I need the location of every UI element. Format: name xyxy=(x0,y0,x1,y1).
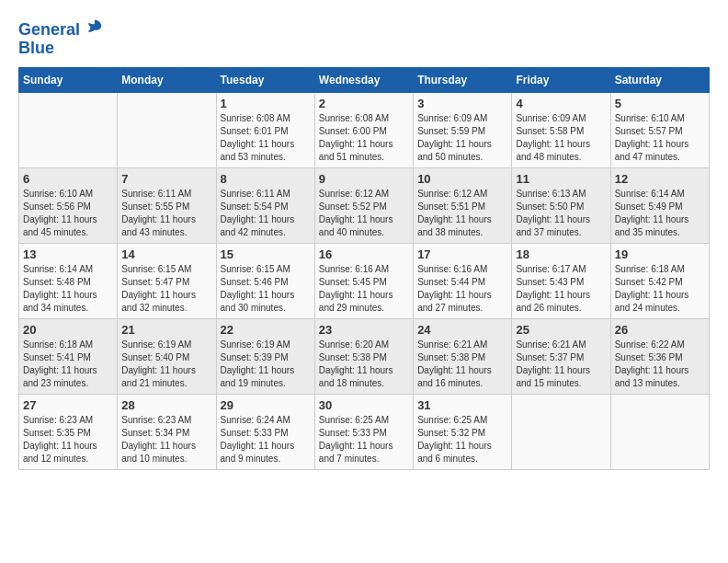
calendar-week-row: 6Sunrise: 6:10 AM Sunset: 5:56 PM Daylig… xyxy=(19,167,710,243)
day-number: 19 xyxy=(615,247,705,261)
day-info: Sunrise: 6:18 AM Sunset: 5:41 PM Dayligh… xyxy=(23,339,113,390)
day-info: Sunrise: 6:20 AM Sunset: 5:38 PM Dayligh… xyxy=(319,339,409,390)
day-info: Sunrise: 6:23 AM Sunset: 5:34 PM Dayligh… xyxy=(121,414,211,465)
calendar-cell: 20Sunrise: 6:18 AM Sunset: 5:41 PM Dayli… xyxy=(19,318,118,394)
day-number: 3 xyxy=(417,97,507,110)
calendar-week-row: 20Sunrise: 6:18 AM Sunset: 5:41 PM Dayli… xyxy=(19,318,710,394)
header-day-saturday: Saturday xyxy=(610,67,709,92)
calendar-cell: 28Sunrise: 6:23 AM Sunset: 5:34 PM Dayli… xyxy=(118,394,216,469)
day-number: 10 xyxy=(417,172,507,186)
day-number: 11 xyxy=(516,172,606,186)
day-info: Sunrise: 6:24 AM Sunset: 5:33 PM Dayligh… xyxy=(221,414,311,465)
day-number: 31 xyxy=(417,398,507,412)
day-number: 21 xyxy=(121,323,211,337)
day-info: Sunrise: 6:09 AM Sunset: 5:58 PM Dayligh… xyxy=(516,112,606,164)
logo-bird-icon xyxy=(86,18,103,35)
calendar-cell: 2Sunrise: 6:08 AM Sunset: 6:00 PM Daylig… xyxy=(314,92,413,167)
calendar-cell: 30Sunrise: 6:25 AM Sunset: 5:33 PM Dayli… xyxy=(314,394,413,469)
day-info: Sunrise: 6:12 AM Sunset: 5:52 PM Dayligh… xyxy=(319,188,409,239)
header-day-friday: Friday xyxy=(512,67,610,92)
day-number: 12 xyxy=(615,172,705,186)
day-info: Sunrise: 6:13 AM Sunset: 5:50 PM Dayligh… xyxy=(516,188,606,239)
calendar-cell: 27Sunrise: 6:23 AM Sunset: 5:35 PM Dayli… xyxy=(19,394,118,469)
day-info: Sunrise: 6:14 AM Sunset: 5:48 PM Dayligh… xyxy=(23,263,113,315)
calendar-cell: 1Sunrise: 6:08 AM Sunset: 6:01 PM Daylig… xyxy=(216,92,314,167)
logo: General Blue xyxy=(18,18,103,58)
page-header: General Blue xyxy=(18,18,710,58)
calendar-cell: 19Sunrise: 6:18 AM Sunset: 5:42 PM Dayli… xyxy=(610,243,709,318)
day-number: 8 xyxy=(221,172,311,186)
calendar-cell: 14Sunrise: 6:15 AM Sunset: 5:47 PM Dayli… xyxy=(118,243,216,318)
calendar-cell xyxy=(118,92,216,167)
day-number: 13 xyxy=(23,247,113,261)
day-info: Sunrise: 6:21 AM Sunset: 5:38 PM Dayligh… xyxy=(417,339,507,390)
day-number: 23 xyxy=(319,323,409,337)
calendar-cell xyxy=(610,394,709,469)
day-number: 7 xyxy=(121,172,211,186)
day-info: Sunrise: 6:16 AM Sunset: 5:44 PM Dayligh… xyxy=(417,263,507,315)
calendar-cell: 18Sunrise: 6:17 AM Sunset: 5:43 PM Dayli… xyxy=(512,243,610,318)
day-info: Sunrise: 6:16 AM Sunset: 5:45 PM Dayligh… xyxy=(319,263,409,315)
calendar-cell: 6Sunrise: 6:10 AM Sunset: 5:56 PM Daylig… xyxy=(19,167,118,243)
calendar-week-row: 1Sunrise: 6:08 AM Sunset: 6:01 PM Daylig… xyxy=(19,92,710,167)
day-number: 22 xyxy=(221,323,311,337)
day-info: Sunrise: 6:25 AM Sunset: 5:33 PM Dayligh… xyxy=(319,414,409,465)
calendar-table: SundayMondayTuesdayWednesdayThursdayFrid… xyxy=(18,67,710,470)
calendar-week-row: 27Sunrise: 6:23 AM Sunset: 5:35 PM Dayli… xyxy=(19,394,710,469)
day-info: Sunrise: 6:22 AM Sunset: 5:36 PM Dayligh… xyxy=(615,339,705,390)
day-number: 17 xyxy=(417,247,507,261)
calendar-cell: 21Sunrise: 6:19 AM Sunset: 5:40 PM Dayli… xyxy=(118,318,216,394)
header-day-monday: Monday xyxy=(118,67,216,92)
calendar-cell: 22Sunrise: 6:19 AM Sunset: 5:39 PM Dayli… xyxy=(216,318,314,394)
day-info: Sunrise: 6:09 AM Sunset: 5:59 PM Dayligh… xyxy=(417,112,507,164)
calendar-cell: 17Sunrise: 6:16 AM Sunset: 5:44 PM Dayli… xyxy=(414,243,512,318)
day-info: Sunrise: 6:08 AM Sunset: 6:00 PM Dayligh… xyxy=(319,112,409,164)
day-info: Sunrise: 6:11 AM Sunset: 5:55 PM Dayligh… xyxy=(121,188,211,239)
calendar-cell: 24Sunrise: 6:21 AM Sunset: 5:38 PM Dayli… xyxy=(414,318,512,394)
calendar-cell: 23Sunrise: 6:20 AM Sunset: 5:38 PM Dayli… xyxy=(314,318,413,394)
day-info: Sunrise: 6:15 AM Sunset: 5:47 PM Dayligh… xyxy=(121,263,211,315)
day-info: Sunrise: 6:19 AM Sunset: 5:39 PM Dayligh… xyxy=(221,339,311,390)
header-day-tuesday: Tuesday xyxy=(216,67,314,92)
calendar-cell: 16Sunrise: 6:16 AM Sunset: 5:45 PM Dayli… xyxy=(314,243,413,318)
day-number: 24 xyxy=(417,323,507,337)
day-number: 20 xyxy=(23,323,113,337)
day-number: 4 xyxy=(516,97,606,110)
day-number: 5 xyxy=(615,97,705,110)
calendar-cell: 9Sunrise: 6:12 AM Sunset: 5:52 PM Daylig… xyxy=(314,167,413,243)
calendar-cell: 31Sunrise: 6:25 AM Sunset: 5:32 PM Dayli… xyxy=(414,394,512,469)
day-number: 6 xyxy=(23,172,113,186)
calendar-cell: 4Sunrise: 6:09 AM Sunset: 5:58 PM Daylig… xyxy=(512,92,610,167)
header-day-wednesday: Wednesday xyxy=(314,67,413,92)
day-info: Sunrise: 6:10 AM Sunset: 5:56 PM Dayligh… xyxy=(23,188,113,239)
day-number: 16 xyxy=(319,247,409,261)
day-info: Sunrise: 6:17 AM Sunset: 5:43 PM Dayligh… xyxy=(516,263,606,315)
day-number: 25 xyxy=(516,323,606,337)
calendar-cell: 15Sunrise: 6:15 AM Sunset: 5:46 PM Dayli… xyxy=(216,243,314,318)
day-number: 18 xyxy=(516,247,606,261)
day-info: Sunrise: 6:08 AM Sunset: 6:01 PM Dayligh… xyxy=(221,112,311,164)
day-number: 2 xyxy=(319,97,409,110)
calendar-cell: 13Sunrise: 6:14 AM Sunset: 5:48 PM Dayli… xyxy=(19,243,118,318)
day-info: Sunrise: 6:15 AM Sunset: 5:46 PM Dayligh… xyxy=(221,263,311,315)
day-info: Sunrise: 6:21 AM Sunset: 5:37 PM Dayligh… xyxy=(516,339,606,390)
calendar-cell xyxy=(19,92,118,167)
logo-blue: Blue xyxy=(18,39,54,57)
day-number: 14 xyxy=(121,247,211,261)
day-number: 26 xyxy=(615,323,705,337)
calendar-cell: 10Sunrise: 6:12 AM Sunset: 5:51 PM Dayli… xyxy=(414,167,512,243)
calendar-cell: 26Sunrise: 6:22 AM Sunset: 5:36 PM Dayli… xyxy=(610,318,709,394)
day-number: 29 xyxy=(221,398,311,412)
calendar-cell: 29Sunrise: 6:24 AM Sunset: 5:33 PM Dayli… xyxy=(216,394,314,469)
day-info: Sunrise: 6:14 AM Sunset: 5:49 PM Dayligh… xyxy=(615,188,705,239)
logo-general: General xyxy=(18,20,80,39)
day-info: Sunrise: 6:11 AM Sunset: 5:54 PM Dayligh… xyxy=(221,188,311,239)
day-number: 28 xyxy=(121,398,211,412)
calendar-cell: 25Sunrise: 6:21 AM Sunset: 5:37 PM Dayli… xyxy=(512,318,610,394)
calendar-week-row: 13Sunrise: 6:14 AM Sunset: 5:48 PM Dayli… xyxy=(19,243,710,318)
calendar-cell: 12Sunrise: 6:14 AM Sunset: 5:49 PM Dayli… xyxy=(610,167,709,243)
day-info: Sunrise: 6:23 AM Sunset: 5:35 PM Dayligh… xyxy=(23,414,113,465)
logo-text: General Blue xyxy=(18,18,103,58)
calendar-cell: 5Sunrise: 6:10 AM Sunset: 5:57 PM Daylig… xyxy=(610,92,709,167)
day-info: Sunrise: 6:19 AM Sunset: 5:40 PM Dayligh… xyxy=(121,339,211,390)
